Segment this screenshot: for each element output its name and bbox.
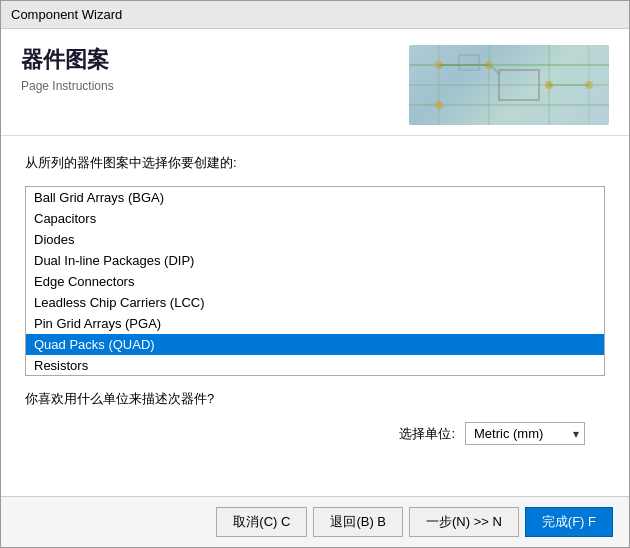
page-title: 器件图案 (21, 45, 409, 75)
pcb-svg (409, 45, 609, 125)
header-text: 器件图案 Page Instructions (21, 45, 409, 93)
unit-question: 你喜欢用什么单位来描述次器件? (25, 390, 605, 408)
list-item[interactable]: Diodes (26, 229, 604, 250)
titlebar: Component Wizard (1, 1, 629, 29)
body-section: 从所列的器件图案中选择你要创建的: Ball Grid Arrays (BGA)… (1, 136, 629, 496)
unit-select-label: 选择单位: (399, 425, 455, 443)
component-wizard-window: Component Wizard 器件图案 Page Instructions (0, 0, 630, 548)
header-image (409, 45, 609, 125)
component-listbox[interactable]: Ball Grid Arrays (BGA) Capacitors Diodes… (25, 186, 605, 376)
list-item-quad-packs[interactable]: Quad Packs (QUAD) (26, 334, 604, 355)
finish-button[interactable]: 完成(F) F (525, 507, 613, 537)
list-item[interactable]: Capacitors (26, 208, 604, 229)
header-section: 器件图案 Page Instructions (1, 29, 629, 136)
unit-select[interactable]: Metric (mm) Imperial (mil) (465, 422, 585, 445)
cancel-button[interactable]: 取消(C) C (216, 507, 307, 537)
list-item[interactable]: Pin Grid Arrays (PGA) (26, 313, 604, 334)
page-subtitle: Page Instructions (21, 79, 409, 93)
footer: 取消(C) C 退回(B) B 一步(N) >> N 完成(F) F (1, 496, 629, 547)
svg-point-12 (435, 101, 443, 109)
list-item[interactable]: Leadless Chip Carriers (LCC) (26, 292, 604, 313)
main-panel: 器件图案 Page Instructions (1, 29, 629, 547)
list-item[interactable]: Resistors (26, 355, 604, 376)
unit-row: 选择单位: Metric (mm) Imperial (mil) (25, 422, 585, 445)
list-item[interactable]: Dual In-line Packages (DIP) (26, 250, 604, 271)
content-area: 器件图案 Page Instructions (1, 29, 629, 547)
list-item[interactable]: Ball Grid Arrays (BGA) (26, 187, 604, 208)
window-title: Component Wizard (11, 7, 122, 22)
back-button[interactable]: 退回(B) B (313, 507, 403, 537)
instruction-text: 从所列的器件图案中选择你要创建的: (25, 154, 605, 172)
list-item-edge-connectors[interactable]: Edge Connectors (26, 271, 604, 292)
unit-select-wrapper[interactable]: Metric (mm) Imperial (mil) (465, 422, 585, 445)
next-button[interactable]: 一步(N) >> N (409, 507, 519, 537)
